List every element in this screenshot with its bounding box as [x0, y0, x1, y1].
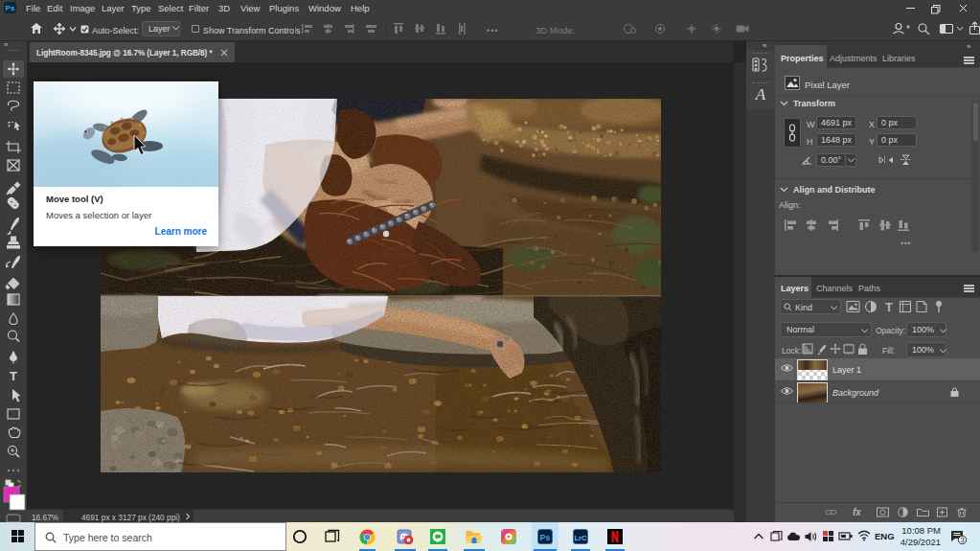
svg-text:T: T [10, 369, 17, 383]
svg-text:Ps: Ps [6, 4, 15, 12]
svg-text:fx: fx [853, 507, 861, 517]
svg-text:LrC: LrC [575, 534, 588, 542]
svg-text:T: T [885, 300, 893, 313]
svg-text:3: 3 [960, 536, 964, 544]
svg-text:Ps: Ps [540, 533, 551, 542]
